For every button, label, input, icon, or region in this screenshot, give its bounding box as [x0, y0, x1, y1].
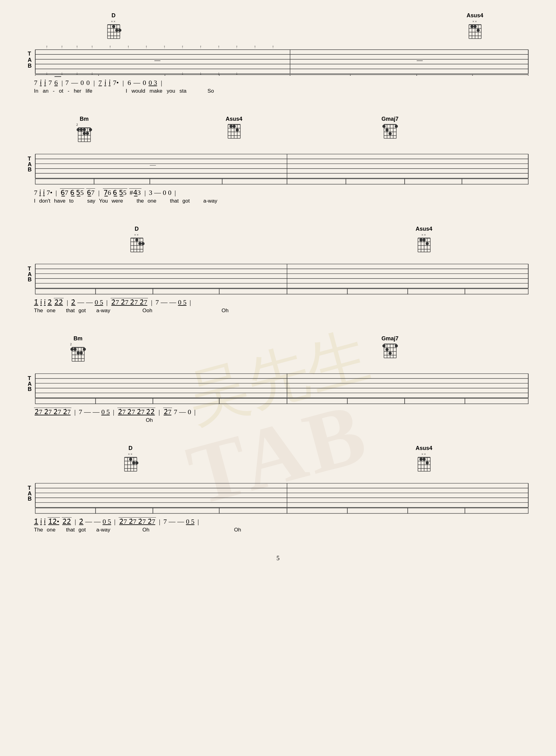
svg-text:↓: ↓: [46, 71, 48, 76]
svg-rect-268: [96, 508, 152, 513]
svg-point-111: [389, 132, 392, 135]
svg-text:↑: ↑: [109, 44, 111, 49]
svg-text:↓: ↓: [91, 71, 93, 76]
note: —: [71, 79, 78, 87]
svg-point-83: [86, 132, 89, 135]
note: 7: [164, 517, 167, 526]
svg-point-84: [89, 128, 92, 131]
svg-text:B: B: [28, 277, 32, 283]
note: 0 5: [101, 408, 110, 416]
note: 7: [174, 408, 177, 416]
svg-rect-267: [35, 508, 96, 513]
page-number: 5: [25, 555, 531, 562]
note: |: [67, 298, 68, 307]
svg-point-159: [426, 242, 429, 245]
chord-diagram-Gmaj7-4: Gmaj7: [381, 335, 398, 361]
svg-rect-273: [408, 508, 465, 513]
note: —: [154, 189, 161, 197]
section-3: D ××: [25, 226, 531, 317]
note: |: [175, 189, 176, 197]
svg-point-144: [135, 239, 138, 242]
svg-point-96: [230, 125, 233, 128]
lyric-word: to: [69, 198, 73, 204]
svg-point-207: [389, 352, 392, 355]
note: 0 5: [95, 298, 103, 307]
lyric-word: one: [47, 308, 55, 314]
lyric-word: In: [34, 88, 38, 94]
note: 6̲7: [86, 188, 95, 197]
svg-point-193: [80, 352, 83, 355]
svg-text:↑: ↑: [218, 44, 220, 49]
svg-rect-127: [150, 179, 222, 184]
svg-point-145: [138, 242, 141, 245]
note: —: [169, 517, 175, 526]
svg-point-109: [382, 125, 385, 128]
lyric-word: the: [137, 198, 144, 204]
note: 6: [55, 79, 58, 87]
svg-point-241: [135, 461, 138, 465]
tab-staff-1: T A B ↑↓ ↑↓ ↑↓ ↑↓ ↑: [25, 42, 531, 76]
svg-point-190: [70, 348, 73, 351]
lyrics-row-5: The one that got a-way Oh Oh: [34, 527, 522, 533]
note: #4̲3: [129, 188, 141, 197]
chord-diagram-D-3: D ××: [128, 226, 145, 255]
lyric-word: a-way: [203, 198, 217, 204]
svg-text:↑: ↑: [91, 44, 93, 49]
notation-section-4: 2̇7 2̇7 2̇7 2̇7 | 7 — — 0 5 | 2̇7 2̇7 2̇…: [25, 405, 531, 427]
lyrics-row-2: I don't have to say You were the one tha…: [34, 198, 522, 204]
note: |: [114, 517, 115, 526]
note: —: [84, 408, 91, 416]
note: i̇: [39, 189, 41, 197]
svg-point-98: [236, 129, 239, 132]
note: 7: [65, 79, 69, 87]
svg-point-252: [419, 458, 423, 461]
lyric-word: Oh: [234, 527, 241, 533]
note: 0: [80, 79, 84, 87]
svg-rect-126: [94, 179, 150, 184]
svg-point-191: [73, 348, 77, 351]
svg-point-158: [423, 239, 426, 242]
lyric-word: a-way: [96, 308, 110, 314]
note: 6: [128, 79, 131, 87]
tab-staff-4: T A B: [25, 365, 531, 405]
svg-point-80: [77, 128, 80, 131]
note: 0: [168, 189, 171, 197]
chord-diagram-Asus4-3: Asus4 ××: [415, 226, 432, 255]
svg-point-253: [423, 458, 426, 461]
note: i̇: [44, 79, 46, 87]
svg-text:↑: ↑: [200, 44, 202, 49]
chord-diagram-Bm: Bm 2: [76, 116, 93, 145]
svg-rect-177: [347, 289, 408, 294]
svg-rect-221: [35, 398, 96, 404]
note: —: [161, 298, 167, 307]
svg-text:B: B: [28, 63, 32, 69]
lyric-word: make: [149, 88, 163, 94]
note: |: [159, 517, 160, 526]
note: 2̇: [79, 517, 83, 526]
svg-point-239: [129, 458, 132, 461]
svg-rect-174: [153, 289, 219, 294]
note: 2̇: [71, 298, 75, 307]
svg-point-254: [426, 461, 429, 465]
svg-rect-132: [462, 179, 528, 184]
note: 7: [155, 298, 159, 307]
lyric-word: I: [34, 198, 36, 204]
lyrics-row-4: Oh: [34, 417, 522, 423]
note: 7•: [113, 79, 119, 87]
lyrics-row-3: The one that got a-way Ooh Oh: [34, 308, 522, 314]
note: |: [197, 517, 199, 526]
svg-rect-176: [287, 289, 347, 294]
note: 7: [99, 79, 102, 87]
note: —: [94, 517, 101, 526]
svg-rect-269: [153, 508, 219, 513]
lyric-word: have: [54, 198, 66, 204]
svg-point-112: [395, 125, 398, 128]
svg-text:↑: ↑: [127, 44, 130, 49]
note: 2̇7 2̇7 2̇7 2̇2̇: [117, 408, 156, 416]
svg-rect-131: [405, 179, 462, 184]
svg-text:↑: ↑: [76, 44, 78, 49]
svg-rect-125: [35, 179, 94, 184]
note: i̇: [40, 517, 42, 526]
tab-staff-5: T A B: [25, 474, 531, 514]
svg-rect-175: [219, 289, 287, 294]
